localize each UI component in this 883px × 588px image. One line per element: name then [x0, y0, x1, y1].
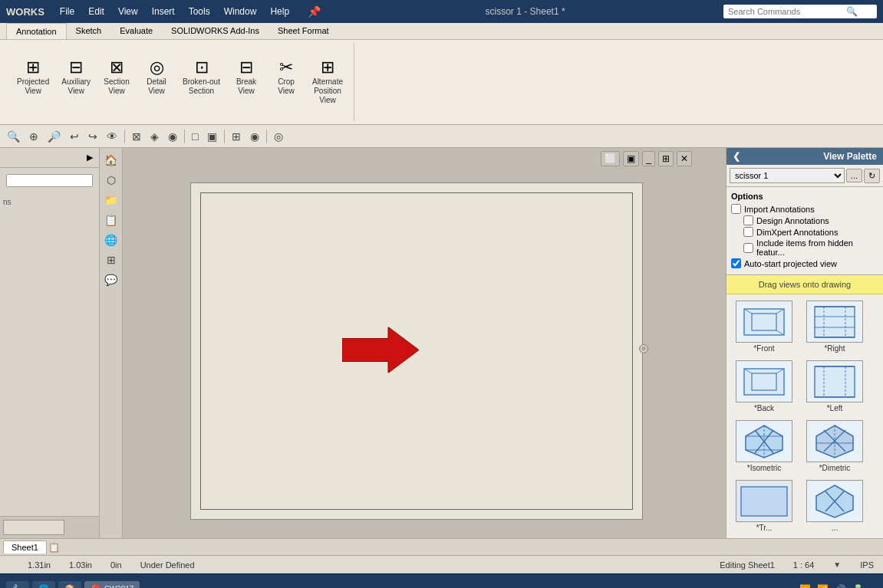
bottom-view-thumb	[806, 480, 863, 522]
menu-insert[interactable]: Insert	[146, 5, 181, 18]
globe-icon[interactable]: 🌐	[102, 231, 120, 249]
options-section: Options Import Annotations Design Annota…	[726, 187, 883, 275]
expand-btn-2[interactable]: ◉	[246, 129, 263, 144]
close-drawing-btn[interactable]: ✕	[677, 151, 692, 166]
sheet-format-btn[interactable]: □	[188, 129, 202, 144]
bottom-view-item[interactable]: ...	[800, 477, 869, 535]
expand-sheet-btn[interactable]: ⬜	[601, 151, 620, 166]
projected-view-button[interactable]: ⊞ ProjectedView	[12, 56, 54, 108]
auto-start-checkbox[interactable]	[731, 258, 741, 268]
design-annotations-checkbox[interactable]	[743, 215, 753, 225]
break-view-button[interactable]: ⊟ BreakView	[228, 56, 265, 108]
scale-status: 1 : 64	[790, 560, 818, 570]
front-view-item[interactable]: *Front	[730, 297, 799, 356]
front-view-label: *Front	[753, 344, 774, 353]
tab-sketch[interactable]: Sketch	[67, 23, 111, 39]
view-palette-title: View Palette	[823, 151, 877, 162]
extra-btn[interactable]: ◎	[270, 129, 287, 144]
left-panel-expand[interactable]: ▶	[84, 151, 96, 164]
alternate-position-view-button[interactable]: ⊞ AlternatePositionView	[308, 56, 348, 108]
search-commands-input[interactable]	[728, 7, 843, 16]
redo-btn[interactable]: ↪	[84, 129, 101, 144]
search-commands-area[interactable]: 🔍 ▼	[723, 5, 877, 18]
svg-rect-6	[815, 307, 855, 337]
menu-view[interactable]: View	[112, 5, 144, 18]
zoom-to-area-btn[interactable]: ⊕	[25, 129, 42, 144]
add-sheet-icon[interactable]: 📋	[48, 542, 60, 553]
section-view-button[interactable]: ⊠ SectionView	[98, 56, 135, 108]
trimetric-view-item[interactable]: *Tr...	[730, 477, 799, 535]
crop-view-button[interactable]: ✂ CropView	[268, 56, 305, 108]
sheet-properties-btn[interactable]: ▣	[203, 129, 221, 144]
auxiliary-view-button[interactable]: ⊟ AuxiliaryView	[57, 56, 95, 108]
taskbar-chrome-btn[interactable]: 🌐	[32, 581, 55, 588]
zoom-in-btn[interactable]: 🔎	[44, 129, 64, 144]
menu-window[interactable]: Window	[218, 5, 263, 18]
view-mode-btn[interactable]: ▣	[623, 151, 639, 166]
trimetric-view-label: *Tr...	[756, 524, 773, 532]
dimetric-view-svg	[809, 422, 861, 461]
tab-evaluate[interactable]: Evaluate	[110, 23, 162, 39]
left-view-item[interactable]: *Left	[800, 357, 869, 416]
search-dropdown-icon[interactable]: ▼	[861, 8, 868, 16]
import-annotations-checkbox[interactable]	[731, 204, 741, 214]
perspective-btn[interactable]: ◈	[147, 129, 163, 144]
properties-icon[interactable]: 📋	[102, 211, 120, 229]
detail-view-icon: ◎	[150, 59, 164, 76]
right-view-item[interactable]: *Right	[800, 297, 869, 356]
left-panel-item-ns: ns	[3, 196, 96, 208]
taskbar-sw2017-icon: 🔴	[91, 584, 101, 588]
menu-help[interactable]: Help	[264, 5, 295, 18]
tab-solidworks-addins[interactable]: SOLIDWORKS Add-Ins	[162, 23, 269, 39]
menu-file[interactable]: File	[54, 5, 81, 18]
zoom-to-fit-btn[interactable]: 🔍	[3, 129, 24, 144]
menu-tools[interactable]: Tools	[183, 5, 216, 18]
include-hidden-checkbox[interactable]	[743, 243, 753, 253]
coord-y: 1.03in	[66, 560, 95, 570]
refresh-button[interactable]: ↻	[864, 169, 880, 183]
home-icon[interactable]: 🏠	[102, 151, 120, 169]
detail-view-label: DetailView	[147, 77, 166, 96]
taskbar-app-btn[interactable]: 📦	[58, 581, 81, 588]
detail-view-button[interactable]: ◎ DetailView	[138, 56, 175, 108]
taskbar-sw-btn[interactable]: 🔧	[6, 581, 29, 588]
model-icon[interactable]: ⬡	[102, 171, 120, 189]
back-view-item[interactable]: *Back	[730, 357, 799, 416]
rotate-btn[interactable]: ↩	[66, 129, 83, 144]
auxiliary-view-icon: ⊟	[69, 59, 83, 76]
taskbar-system-tray: 🔼 📶 🔊 🔋 ...	[799, 584, 877, 589]
tab-annotation[interactable]: Annotation	[6, 23, 67, 39]
auxiliary-view-label: AuxiliaryView	[61, 77, 91, 96]
tab-sheet-format[interactable]: Sheet Format	[269, 23, 338, 39]
isometric-view-item[interactable]: *Isometric	[730, 417, 799, 475]
menu-edit[interactable]: Edit	[82, 5, 110, 18]
drawing-area[interactable]: ⬜ ▣ _ ⊞ ✕ ○	[123, 148, 726, 538]
display-style-btn[interactable]: ◉	[164, 129, 181, 144]
taskbar-sw2017-btn[interactable]: 🔴 SW2017	[84, 581, 140, 588]
views-grid: *Front *Right	[726, 294, 883, 538]
options-button[interactable]: ...	[846, 169, 862, 182]
section-display-btn[interactable]: ⊠	[128, 129, 145, 144]
main-layout: ▶ ns 🏠 ⬡ 📁 📋 🌐 ⊞ 💬 ⬜ ▣ _ ⊞ ✕	[0, 148, 883, 538]
chat-icon[interactable]: 💬	[102, 271, 120, 289]
system-clock: ...	[870, 585, 877, 589]
left-panel-search[interactable]	[6, 174, 93, 187]
expand-btn-1[interactable]: ⊞	[228, 129, 245, 144]
collapse-palette-btn[interactable]: ❮	[733, 151, 740, 162]
scale-dropdown-btn[interactable]: ▼	[829, 559, 845, 570]
broken-out-section-button[interactable]: ⊡ Broken-outSection	[178, 56, 225, 108]
model-dropdown[interactable]: scissor 1	[730, 168, 845, 183]
restore-btn[interactable]: ⊞	[658, 151, 674, 166]
broken-out-section-label: Broken-outSection	[183, 77, 220, 96]
minimize-btn[interactable]: _	[642, 151, 655, 166]
table-icon[interactable]: ⊞	[102, 251, 120, 269]
sheet1-tab-label: Sheet1	[12, 543, 38, 552]
view-options-btn[interactable]: 👁	[103, 129, 121, 144]
toolbar-separator	[124, 130, 125, 143]
layers-icon[interactable]: 📁	[102, 191, 120, 209]
dimxpert-annotations-checkbox[interactable]	[743, 227, 753, 237]
ribbon-content: ⊞ ProjectedView ⊟ AuxiliaryView ⊠ Sectio…	[0, 40, 883, 124]
sheet1-tab[interactable]: Sheet1	[3, 540, 47, 554]
dimetric-view-item[interactable]: *Dimetric	[800, 417, 869, 475]
search-icon: 🔍	[846, 6, 858, 17]
